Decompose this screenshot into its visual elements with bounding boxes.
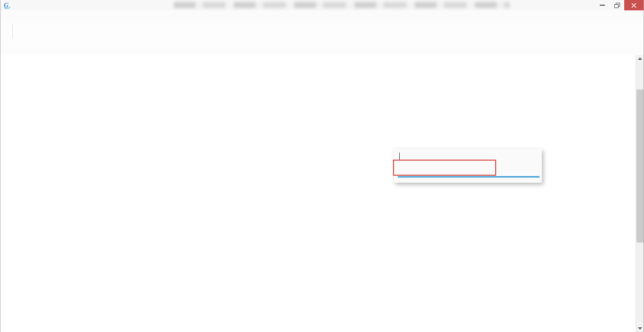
title-bar: G — [0, 0, 644, 10]
blurred-file-path — [174, 2, 510, 8]
popup-focus-underline — [398, 176, 539, 178]
scroll-up-arrow-icon[interactable] — [636, 55, 644, 62]
annotation-box-input — [393, 160, 496, 176]
tab-bar — [0, 41, 644, 55]
restore-button[interactable] — [610, 0, 624, 10]
vertical-scrollbar[interactable] — [636, 55, 644, 332]
scroll-down-arrow-icon[interactable] — [636, 325, 644, 332]
expression-editor-popup — [394, 149, 542, 183]
toolbar-separator — [12, 24, 13, 38]
window-title — [174, 2, 512, 8]
gdevelop-logo-icon: G — [3, 1, 11, 11]
menu-bar — [0, 10, 644, 21]
text-cursor — [399, 153, 400, 161]
toolbar — [0, 21, 644, 41]
scrollbar-thumb[interactable] — [636, 89, 644, 243]
events-sheet — [0, 55, 644, 332]
close-button[interactable] — [624, 0, 644, 10]
minimize-button[interactable] — [595, 0, 610, 10]
